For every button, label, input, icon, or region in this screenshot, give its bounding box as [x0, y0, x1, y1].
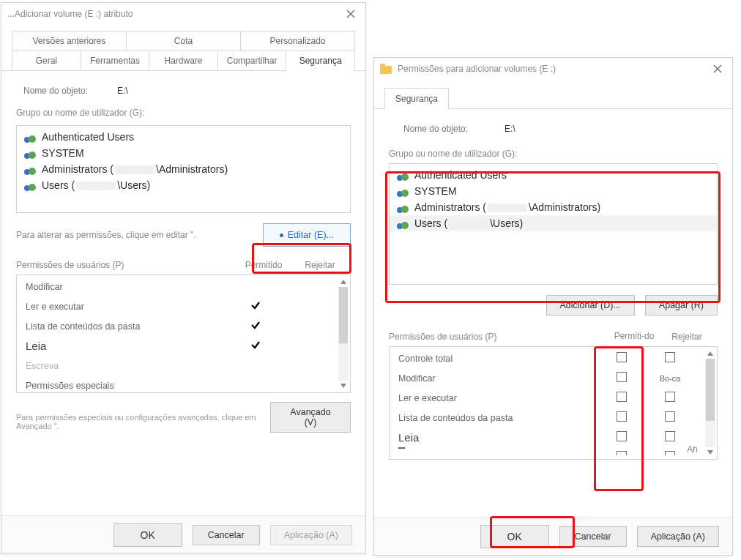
- perm-label: Lista de conteúdos da pasta: [23, 321, 230, 332]
- remove-button[interactable]: Apagar (R): [645, 295, 718, 316]
- window-title: Permissões para adicionar volumes (E :): [398, 64, 707, 74]
- list-item-label: Authenticated Users: [42, 131, 134, 143]
- scroll-up-icon[interactable]: [705, 348, 715, 359]
- permissions-dialog: Permissões para adicionar volumes (E :) …: [373, 57, 733, 556]
- permissions-label: Permissões de usuários (P): [16, 260, 238, 270]
- redacted-text: [488, 204, 527, 212]
- close-icon[interactable]: [340, 6, 361, 22]
- redacted-text: [115, 165, 154, 174]
- allow-cell: [230, 340, 281, 352]
- close-icon[interactable]: [707, 61, 728, 77]
- tab-strip: Segurança: [374, 80, 732, 109]
- deny-checkbox[interactable]: [665, 451, 675, 455]
- perm-label: Modificar: [23, 282, 230, 292]
- edit-button-label: Editar (E)...: [288, 230, 334, 240]
- deny-checkbox[interactable]: [665, 431, 675, 441]
- list-item[interactable]: Authenticated Users: [17, 129, 350, 145]
- perm-label: Leia: [23, 340, 230, 352]
- group-list-label: Grupo ou nome de utilizador (G):: [16, 100, 351, 122]
- ok-button[interactable]: OK: [480, 525, 549, 548]
- col-deny: Rejeitar: [656, 332, 718, 342]
- titlebar: ...Adicionar volume (E :) atributo: [1, 3, 365, 25]
- cancel-button[interactable]: Cancelar: [559, 526, 627, 547]
- perm-row: Permissões especiais: [23, 376, 334, 392]
- perm-row: Lista de conteúdos da pasta: [23, 316, 334, 336]
- users-icon: [397, 169, 409, 181]
- tab-hardware[interactable]: Hardware: [149, 51, 218, 70]
- allow-cell: [230, 300, 281, 313]
- deny-checkbox[interactable]: [665, 392, 675, 402]
- tab-tools[interactable]: Ferramentas: [81, 51, 150, 70]
- scrollbar[interactable]: [338, 277, 349, 391]
- list-item[interactable]: SYSTEM: [390, 183, 717, 199]
- list-item[interactable]: Administrators (\Administrators): [17, 161, 350, 177]
- deny-cell: [644, 392, 696, 404]
- permissions-box: Modificar Ler e executar Lista de conteú…: [16, 275, 351, 393]
- list-item-label: Administrators (\Administrators): [42, 163, 228, 175]
- partial-text: Ah: [687, 444, 698, 455]
- deny-checkbox[interactable]: [665, 352, 675, 362]
- principals-listbox[interactable]: Authenticated Users SYSTEM Administrator…: [389, 163, 718, 285]
- perm-label: Ler e executar: [23, 302, 230, 312]
- allow-checkbox[interactable]: [617, 431, 627, 441]
- principals-listbox[interactable]: Authenticated Users SYSTEM Administrator…: [16, 125, 351, 213]
- perm-row: Leia: [23, 336, 334, 356]
- apply-button[interactable]: Aplicação (A): [270, 525, 352, 545]
- window-title: ...Adicionar volume (E :) atributo: [7, 9, 340, 19]
- allow-checkbox[interactable]: [617, 372, 627, 382]
- edit-button[interactable]: Editar (E)...: [263, 223, 351, 247]
- allow-checkbox[interactable]: [617, 392, 627, 402]
- list-item[interactable]: Users (\Users): [390, 215, 717, 231]
- scroll-thumb[interactable]: [339, 287, 348, 343]
- list-item-label: Authenticated Users: [414, 169, 507, 181]
- add-button[interactable]: Adicionar (D)...: [546, 295, 635, 316]
- list-item[interactable]: Users (\Users): [17, 177, 350, 193]
- scrollbar[interactable]: [705, 348, 715, 458]
- dialog-footer: OK Cancelar Aplicação (A): [374, 517, 732, 555]
- tab-custom[interactable]: Personalizado: [241, 31, 355, 51]
- dialog-footer: OK Cancelar Aplicação (A): [1, 515, 365, 553]
- object-name-value: E:\: [504, 124, 515, 134]
- folder-icon: [380, 64, 392, 74]
- allow-cell: [600, 352, 644, 365]
- object-name-label: Nome do objeto:: [23, 86, 88, 96]
- perm-label: Leia: [395, 431, 600, 444]
- deny-checkbox[interactable]: [665, 411, 675, 422]
- scroll-down-icon[interactable]: [705, 447, 715, 458]
- tab-general[interactable]: Geral: [12, 51, 81, 70]
- perm-label: Controle total: [395, 354, 600, 364]
- deny-cell: [644, 411, 696, 424]
- allow-cell: [600, 447, 644, 458]
- allow-checkbox[interactable]: [617, 411, 627, 422]
- tab-security[interactable]: Segurança: [286, 51, 355, 70]
- tab-security[interactable]: Segurança: [384, 88, 449, 109]
- list-item-label: SYSTEM: [414, 185, 457, 197]
- tab-quota[interactable]: Cota: [127, 31, 241, 51]
- redacted-text: [449, 220, 488, 228]
- list-item[interactable]: Authenticated Users: [390, 167, 717, 183]
- apply-button[interactable]: Aplicação (A): [637, 526, 719, 547]
- users-icon: [24, 163, 36, 175]
- list-item-label: SYSTEM: [42, 147, 84, 159]
- users-icon: [397, 185, 409, 197]
- ok-button[interactable]: OK: [113, 523, 182, 547]
- scroll-thumb[interactable]: [706, 359, 715, 421]
- permissions-label: Permissões de usuários (P): [389, 332, 612, 342]
- scroll-down-icon[interactable]: [338, 381, 349, 391]
- tab-sharing[interactable]: Compartilhar: [218, 51, 287, 70]
- scroll-up-icon[interactable]: [338, 277, 349, 287]
- allow-checkbox[interactable]: [617, 352, 627, 362]
- advanced-button[interactable]: Avançado (V): [270, 402, 351, 433]
- allow-cell: [600, 431, 644, 444]
- perm-label: Escreva: [23, 361, 230, 371]
- perm-row: Ler e executar: [395, 388, 696, 408]
- cancel-button[interactable]: Cancelar: [193, 525, 260, 545]
- perm-row: Lista de conteúdos da pasta: [395, 408, 696, 428]
- tab-previous-versions[interactable]: Versões anteriores: [12, 31, 127, 51]
- allow-checkbox[interactable]: [617, 451, 627, 455]
- list-item[interactable]: Administrators (\Administrators): [390, 199, 717, 215]
- object-name-label: Nome do objeto:: [403, 124, 468, 134]
- group-list-label: Grupo ou nome de utilizador (G):: [389, 138, 718, 163]
- list-item[interactable]: SYSTEM: [17, 145, 350, 161]
- properties-dialog: ...Adicionar volume (E :) atributo Versõ…: [1, 2, 366, 554]
